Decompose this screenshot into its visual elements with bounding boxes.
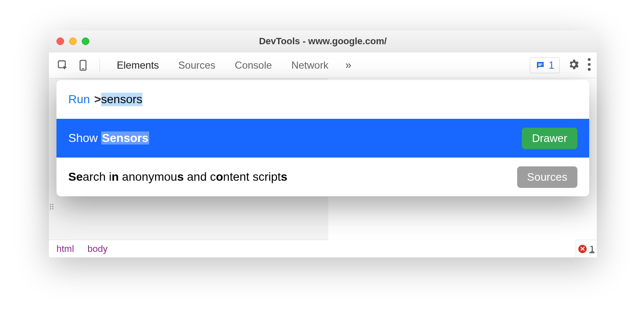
drag-handle-icon[interactable]: ⠿: [49, 203, 55, 212]
minimize-window-button[interactable]: [69, 37, 77, 45]
tab-console[interactable]: Console: [235, 58, 272, 73]
more-options-icon[interactable]: [588, 58, 591, 72]
error-icon: ✕: [578, 245, 587, 253]
more-tabs-icon[interactable]: »: [345, 59, 351, 72]
tab-sources[interactable]: Sources: [178, 58, 215, 73]
breadcrumbs: html body: [49, 240, 328, 257]
result-prefix: Show: [68, 131, 98, 144]
result-badge: Sources: [517, 166, 577, 188]
error-count[interactable]: ✕ 1: [576, 240, 597, 257]
window-controls: [56, 37, 89, 45]
maximize-window-button[interactable]: [82, 37, 89, 45]
breadcrumb-item[interactable]: body: [88, 243, 108, 254]
result-match: Sensors: [101, 131, 150, 144]
window-title: DevTools - www.google.com/: [56, 36, 589, 47]
close-window-button[interactable]: [56, 37, 64, 45]
device-toggle-icon[interactable]: [75, 57, 91, 73]
result-text: Search in anonymous and content scripts: [68, 170, 287, 184]
tab-network[interactable]: Network: [291, 58, 328, 73]
run-label: Run: [68, 93, 90, 106]
issues-count: 1: [549, 59, 554, 71]
issues-button[interactable]: 1: [530, 57, 560, 73]
svg-point-5: [588, 58, 591, 61]
inspect-element-icon[interactable]: [55, 57, 71, 73]
command-menu: Run >sensors Show Sensors Drawer Search …: [56, 80, 589, 196]
main-toolbar: Elements Sources Console Network » 1: [49, 52, 597, 78]
titlebar: DevTools - www.google.com/: [49, 30, 597, 52]
command-input-row[interactable]: Run >sensors: [56, 80, 589, 119]
tab-elements[interactable]: Elements: [117, 58, 159, 73]
error-number: 1: [589, 244, 594, 254]
settings-icon[interactable]: [567, 58, 580, 72]
panel-tabs: Elements Sources Console Network: [117, 58, 328, 73]
svg-point-6: [588, 63, 591, 66]
breadcrumb-item[interactable]: html: [56, 243, 74, 254]
command-query: sensors: [101, 93, 142, 106]
svg-rect-4: [538, 65, 541, 66]
result-badge: Drawer: [522, 128, 577, 149]
command-result-selected[interactable]: Show Sensors Drawer: [56, 119, 589, 158]
prompt-glyph: >: [94, 93, 101, 106]
svg-rect-3: [538, 64, 542, 64]
divider: [99, 59, 100, 72]
svg-point-7: [588, 68, 591, 71]
command-result[interactable]: Search in anonymous and content scripts …: [56, 158, 589, 196]
